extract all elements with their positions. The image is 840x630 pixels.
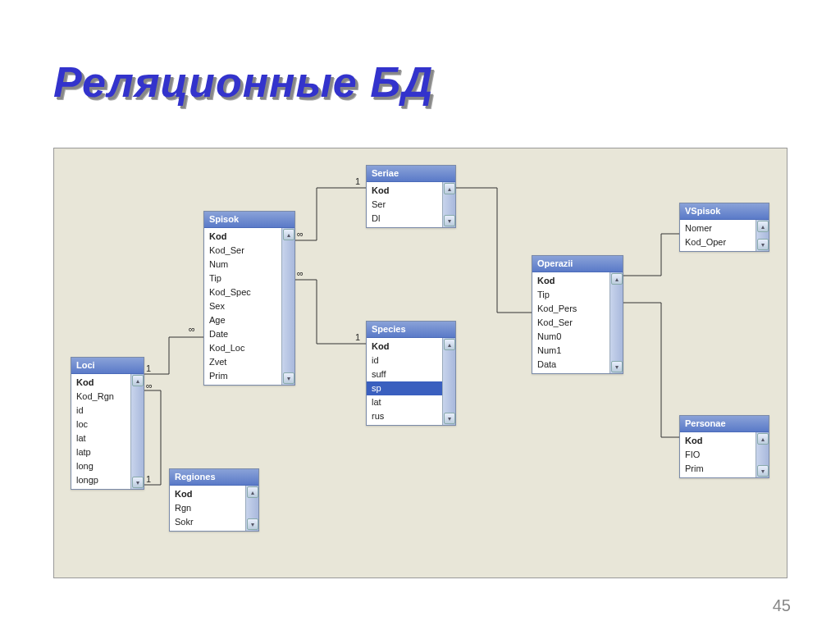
scrollbar[interactable]: ▴ ▾: [609, 272, 623, 373]
field[interactable]: Prim: [204, 369, 281, 383]
field[interactable]: Sokr: [170, 515, 245, 529]
table-operazii[interactable]: Operazii Kod Tip Kod_Pers Kod_Ser Num0 N…: [532, 255, 623, 374]
scroll-down-icon[interactable]: ▾: [132, 477, 144, 488]
cardinality-many: ∞: [297, 229, 304, 239]
field[interactable]: Date: [204, 327, 281, 341]
field[interactable]: Age: [204, 313, 281, 327]
scrollbar[interactable]: ▴ ▾: [442, 338, 455, 425]
field[interactable]: latp: [71, 445, 130, 459]
scroll-up-icon[interactable]: ▴: [247, 486, 258, 498]
scroll-down-icon[interactable]: ▾: [444, 413, 455, 424]
field[interactable]: Kod_Spec: [204, 285, 281, 299]
field[interactable]: Num1: [532, 344, 609, 358]
scroll-down-icon[interactable]: ▾: [247, 518, 258, 530]
scrollbar[interactable]: ▴ ▾: [245, 486, 258, 531]
cardinality-many: ∞: [189, 324, 195, 334]
field[interactable]: Kod: [367, 340, 442, 354]
scroll-down-icon[interactable]: ▾: [444, 215, 455, 226]
table-personae[interactable]: Personae Kod FIO Prim ▴ ▾: [679, 415, 769, 478]
field[interactable]: Sex: [204, 299, 281, 313]
field[interactable]: suff: [367, 368, 442, 381]
scroll-up-icon[interactable]: ▴: [757, 221, 769, 232]
table-vspisok[interactable]: VSpisok Nomer Kod_Oper ▴ ▾: [679, 203, 769, 252]
table-title[interactable]: VSpisok: [680, 203, 769, 220]
scroll-up-icon[interactable]: ▴: [757, 433, 769, 445]
table-title[interactable]: Regiones: [170, 469, 258, 486]
table-species[interactable]: Species Kod id suff sp lat rus ▴ ▾: [366, 321, 456, 426]
field[interactable]: Prim: [680, 462, 756, 476]
scrollbar[interactable]: ▴ ▾: [442, 182, 455, 227]
field[interactable]: id: [367, 354, 442, 368]
field[interactable]: Ser: [367, 198, 442, 212]
field[interactable]: Kod: [170, 487, 245, 501]
field[interactable]: Data: [532, 358, 609, 372]
field[interactable]: Num0: [532, 330, 609, 344]
field[interactable]: lat: [71, 431, 130, 445]
field[interactable]: Rgn: [170, 501, 245, 515]
field[interactable]: lat: [367, 395, 442, 409]
field[interactable]: Kod_Oper: [680, 235, 756, 249]
field[interactable]: longp: [71, 473, 130, 487]
field[interactable]: Nomer: [680, 221, 756, 235]
table-seriae[interactable]: Seriae Kod Ser Dl ▴ ▾: [366, 165, 456, 228]
table-title[interactable]: Loci: [71, 358, 144, 374]
table-title[interactable]: Personae: [680, 416, 769, 432]
scroll-down-icon[interactable]: ▾: [757, 465, 769, 477]
cardinality-many: ∞: [146, 381, 153, 390]
scrollbar[interactable]: ▴ ▾: [756, 432, 769, 477]
cardinality-one: 1: [146, 474, 151, 484]
field[interactable]: Kod: [71, 376, 130, 390]
field[interactable]: Kod_Pers: [532, 302, 609, 316]
field[interactable]: Kod_Rgn: [71, 390, 130, 404]
scroll-up-icon[interactable]: ▴: [611, 273, 623, 285]
table-title[interactable]: Operazii: [532, 256, 623, 272]
field-selected[interactable]: sp: [367, 381, 442, 395]
field[interactable]: FIO: [680, 448, 756, 462]
field[interactable]: id: [71, 404, 130, 418]
field[interactable]: Kod_Ser: [204, 244, 281, 258]
cardinality-many: ∞: [297, 268, 304, 278]
cardinality-one: 1: [355, 176, 360, 186]
scroll-up-icon[interactable]: ▴: [444, 339, 455, 350]
table-spisok[interactable]: Spisok Kod Kod_Ser Num Tip Kod_Spec Sex …: [203, 211, 295, 386]
scroll-up-icon[interactable]: ▴: [444, 183, 455, 194]
field[interactable]: loc: [71, 418, 130, 431]
diagram-canvas: 1 ∞ 1 ∞ 1 ∞ 1 ∞ Loci Kod Kod_Rgn id loc …: [53, 148, 788, 578]
field[interactable]: Num: [204, 258, 281, 272]
table-loci[interactable]: Loci Kod Kod_Rgn id loc lat latp long lo…: [71, 357, 144, 490]
scroll-up-icon[interactable]: ▴: [132, 375, 144, 386]
field[interactable]: Dl: [367, 212, 442, 226]
slide-title: Реляционные БД: [53, 57, 433, 107]
table-title[interactable]: Spisok: [204, 212, 294, 228]
scrollbar[interactable]: ▴ ▾: [130, 374, 144, 489]
field[interactable]: long: [71, 459, 130, 473]
table-title[interactable]: Species: [367, 322, 455, 338]
field[interactable]: Kod: [680, 434, 756, 448]
field[interactable]: Kod: [367, 184, 442, 198]
field[interactable]: Zvet: [204, 355, 281, 369]
scroll-down-icon[interactable]: ▾: [611, 361, 623, 372]
page-number: 45: [773, 596, 791, 615]
table-regiones[interactable]: Regiones Kod Rgn Sokr ▴ ▾: [169, 468, 259, 532]
cardinality-one: 1: [146, 363, 151, 373]
scroll-up-icon[interactable]: ▴: [283, 229, 294, 240]
field[interactable]: Tip: [532, 288, 609, 302]
field[interactable]: rus: [367, 409, 442, 423]
field[interactable]: Kod: [532, 274, 609, 288]
cardinality-one: 1: [355, 332, 360, 342]
scroll-down-icon[interactable]: ▾: [757, 239, 769, 250]
field[interactable]: Tip: [204, 272, 281, 285]
scrollbar[interactable]: ▴ ▾: [756, 220, 769, 251]
field[interactable]: Kod_Loc: [204, 341, 281, 355]
field[interactable]: Kod_Ser: [532, 316, 609, 330]
table-title[interactable]: Seriae: [367, 166, 455, 182]
scroll-down-icon[interactable]: ▾: [283, 372, 294, 384]
scrollbar[interactable]: ▴ ▾: [281, 228, 294, 385]
field[interactable]: Kod: [204, 230, 281, 244]
